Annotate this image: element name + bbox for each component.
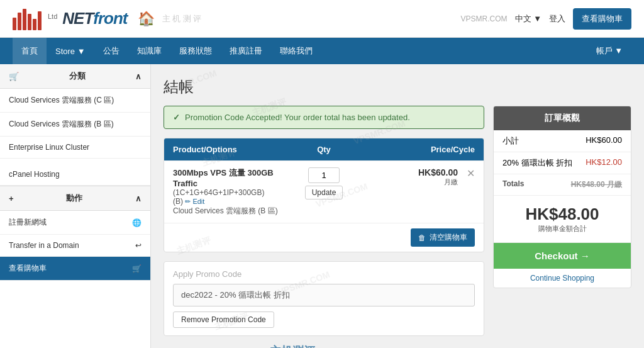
sidebar-item-transfer-domain[interactable]: Transfer in a Domain ↩ xyxy=(0,235,150,257)
sidebar: 🛒 分類 ∧ Cloud Services 雲端服務 (C 區) Cloud S… xyxy=(0,64,151,348)
price-area: HK$60.00 月繳 xyxy=(418,167,458,187)
product-desc: (1C+1G+64G+1IP+300GB) xyxy=(173,188,286,197)
sidebar-item-view-cart[interactable]: 查看購物車 🛒 xyxy=(0,257,150,281)
order-total-big: HK$48.00 購物車金額合計 xyxy=(494,196,631,243)
sidebar-category-cloud-c-label: Cloud Services 雲端服務 (C 區) xyxy=(9,95,114,106)
remove-promo-button[interactable]: Remove Promotion Code xyxy=(173,312,274,328)
plus-icon: + xyxy=(9,194,14,203)
discount-value: HK$12.00 xyxy=(586,157,622,169)
nav-item-announcement[interactable]: 公告 xyxy=(94,38,128,64)
nav-item-store[interactable]: Store ▼ xyxy=(47,38,94,64)
sidebar-actions-label: 動作 xyxy=(66,193,82,204)
price-cycle: 月繳 xyxy=(418,177,458,187)
totals-row: Totals HK$48.00 月繳 xyxy=(494,174,631,196)
transfer-icon: ↩ xyxy=(135,241,142,250)
col-qty-header: Qty xyxy=(286,145,362,154)
view-cart-header-button[interactable]: 查看購物車 xyxy=(573,8,631,30)
bottom-watermark: 主机测评 vpsmr.com xyxy=(164,344,484,348)
sidebar-item-register-domain[interactable]: 註冊新網域 🌐 xyxy=(0,211,150,235)
nav-item-promo[interactable]: 推廣註冊 xyxy=(221,38,271,64)
sidebar-category-cloud-b-label: Cloud Services 雲端服務 (B 區) xyxy=(9,119,114,130)
sidebar-categories-label: 分類 xyxy=(69,70,86,82)
subtotal-value: HK$60.00 xyxy=(586,135,622,147)
discount-label: 20% 循環出帳 折扣 xyxy=(502,157,572,169)
sidebar-item-cloud-c[interactable]: Cloud Services 雲端服務 (C 區) xyxy=(0,89,150,113)
header-right: VPSMR.COM 中文 ▼ 登入 查看購物車 xyxy=(461,8,632,30)
promo-applied-code: dec2022 - 20% 循環出帳 折扣 xyxy=(173,284,475,306)
subtotal-row: 小計 HK$60.00 xyxy=(494,130,631,152)
content-area: VPSMR.COM 主机测评 VPSMR.COM 主机测评 VPSMR.COM … xyxy=(151,64,644,348)
order-summary: 訂單概觀 小計 HK$60.00 20% 循環出帳 折扣 HK$12.00 To… xyxy=(493,106,631,288)
update-button[interactable]: Update xyxy=(305,186,343,199)
logo-ltd: Ltd xyxy=(48,13,57,20)
product-info: 300Mbps VPS 流量 300GB Traffic (1C+1G+64G+… xyxy=(173,167,286,216)
clear-cart-area: 🗑 清空購物車 xyxy=(164,223,484,252)
vpsmr-watermark: VPSMR.COM xyxy=(461,14,508,23)
sidebar-actions-header: + 動作 ∧ xyxy=(0,186,150,211)
cart-icon: 🛒 xyxy=(9,72,19,81)
chevron-up-icon-actions: ∧ xyxy=(135,194,142,203)
promo-apply-label: Apply Promo Code xyxy=(173,269,475,279)
col-price-header: Price/Cycle xyxy=(362,145,475,154)
sidebar-spacer xyxy=(0,159,150,164)
sidebar-item-cloud-b[interactable]: Cloud Services 雲端服務 (B 區) xyxy=(0,113,150,137)
content-inner: Promotion Code Accepted! Your order tota… xyxy=(164,106,631,348)
promo-section: Apply Promo Code dec2022 - 20% 循環出帳 折扣 R… xyxy=(164,261,484,336)
product-category: Cloud Services 雲端服務 (B 區) xyxy=(173,206,286,216)
header: Ltd NETfront 🏠 主 机 测 评 VPSMR.COM 中文 ▼ 登入… xyxy=(0,0,644,38)
totals-label: Totals xyxy=(502,179,524,190)
subtotal-label: 小計 xyxy=(502,135,519,147)
price-value: HK$60.00 xyxy=(418,167,458,177)
product-edit-link[interactable]: ✏ Edit xyxy=(185,198,204,205)
logo-text: NETfront xyxy=(62,9,127,28)
chevron-up-icon: ∧ xyxy=(135,72,142,81)
remove-item-button[interactable]: ✕ xyxy=(467,167,475,179)
sidebar-action-transfer-label: Transfer in a Domain xyxy=(9,241,79,250)
clear-cart-button[interactable]: 🗑 清空購物車 xyxy=(411,228,475,247)
quantity-input[interactable] xyxy=(308,167,340,183)
cart-table-header: Product/Options Qty Price/Cycle xyxy=(164,138,484,160)
table-row: 300Mbps VPS 流量 300GB Traffic (1C+1G+64G+… xyxy=(164,160,484,223)
login-button[interactable]: 登入 xyxy=(549,13,565,25)
nav-item-account[interactable]: 帳戶 ▼ xyxy=(587,38,631,64)
col-product-header: Product/Options xyxy=(173,145,286,154)
main-layout: 🛒 分類 ∧ Cloud Services 雲端服務 (C 區) Cloud S… xyxy=(0,64,644,348)
sidebar-action-cart-label: 查看購物車 xyxy=(9,263,47,274)
logo-watermark-text: 主 机 测 评 xyxy=(162,13,202,25)
success-message: Promotion Code Accepted! Your order tota… xyxy=(164,106,484,129)
success-message-text: Promotion Code Accepted! Your order tota… xyxy=(185,113,410,122)
logo-watermark-icon: 🏠 xyxy=(138,11,155,27)
page-title: 結帳 xyxy=(164,77,631,97)
nav-item-contact[interactable]: 聯絡我們 xyxy=(271,38,321,64)
logo-icon xyxy=(13,8,42,30)
cart-icon-sidebar: 🛒 xyxy=(132,264,142,273)
sidebar-category-enterprise-label: Enterprise Linux Cluster xyxy=(9,143,89,152)
sidebar-item-enterprise[interactable]: Enterprise Linux Cluster xyxy=(0,137,150,159)
qty-area: Update xyxy=(286,167,362,199)
continue-shopping-link[interactable]: Continue Shopping xyxy=(494,269,631,288)
order-summary-title: 訂單概觀 xyxy=(494,106,631,130)
sidebar-categories-header: 🛒 分類 ∧ xyxy=(0,64,150,89)
clear-cart-label: 清空購物車 xyxy=(430,232,467,243)
order-total-amount: HK$48.00 xyxy=(502,205,622,224)
nav-item-knowledge[interactable]: 知識庫 xyxy=(128,38,170,64)
discount-row: 20% 循環出帳 折扣 HK$12.00 xyxy=(494,152,631,174)
sidebar-category-cpanel-label: cPanel Hosting xyxy=(9,170,60,179)
nav-item-service-status[interactable]: 服務狀態 xyxy=(170,38,221,64)
sidebar-action-register-label: 註冊新網域 xyxy=(9,217,47,228)
sidebar-item-cpanel[interactable]: cPanel Hosting xyxy=(0,164,150,186)
cart-table: Product/Options Qty Price/Cycle 300Mbps … xyxy=(164,138,484,252)
product-name: 300Mbps VPS 流量 300GB Traffic xyxy=(173,167,286,188)
content-main: Promotion Code Accepted! Your order tota… xyxy=(164,106,484,348)
logo-area: Ltd NETfront 🏠 主 机 测 评 xyxy=(13,8,461,30)
globe-icon: 🌐 xyxy=(132,218,142,227)
totals-value: HK$48.00 月繳 xyxy=(571,179,622,190)
nav-item-home[interactable]: 首頁 xyxy=(13,38,47,64)
language-button[interactable]: 中文 ▼ xyxy=(515,13,541,25)
product-tag: (B) xyxy=(173,197,183,206)
price-col: HK$60.00 月繳 ✕ xyxy=(362,167,475,187)
order-total-sublabel: 購物車金額合計 xyxy=(502,224,622,233)
checkout-button[interactable]: Checkout → xyxy=(494,243,631,269)
navigation: 首頁 Store ▼ 公告 知識庫 服務狀態 推廣註冊 聯絡我們 帳戶 ▼ xyxy=(0,38,644,64)
trash-icon: 🗑 xyxy=(418,233,426,242)
